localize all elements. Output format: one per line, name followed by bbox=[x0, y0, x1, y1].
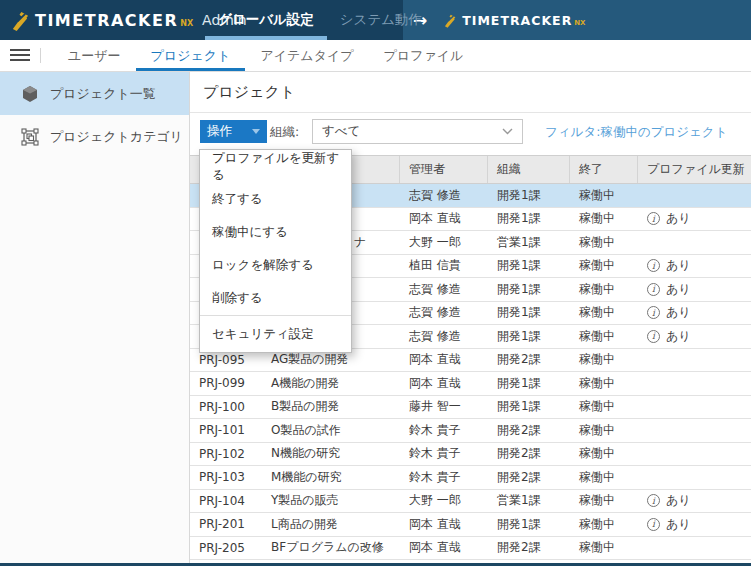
cell-status: 稼働中 bbox=[570, 419, 638, 442]
cell-project-id: PRJ-205 bbox=[190, 537, 262, 560]
profile-update-value: あり bbox=[666, 516, 691, 533]
cell-project-name: M機能の研究 bbox=[262, 466, 400, 489]
info-icon: i bbox=[647, 330, 660, 343]
cell-organization: 開発2課 bbox=[488, 419, 570, 442]
table-row[interactable]: PRJ-103M機能の研究鈴木 貴子開発2課稼働中 bbox=[190, 466, 751, 490]
cell-profile-update bbox=[638, 349, 751, 372]
cell-project-name: A機能の開発 bbox=[262, 372, 400, 395]
action-button[interactable]: 操作 bbox=[200, 120, 267, 143]
chevron-down-icon bbox=[252, 129, 260, 134]
menu-item-3[interactable]: ロックを解除する bbox=[200, 249, 351, 282]
brand2-name: TIMETRACKER bbox=[462, 13, 572, 28]
cell-manager: 岡本 直哉 bbox=[400, 513, 488, 536]
cell-status: 稼働中 bbox=[570, 490, 638, 513]
cell-manager: 岡本 直哉 bbox=[400, 208, 488, 231]
app-window: → TIMETRACKER NX bbox=[0, 0, 751, 566]
cell-status: 稼働中 bbox=[570, 278, 638, 301]
tab-projects[interactable]: プロジェクト bbox=[136, 40, 246, 71]
cell-project-id: PRJ-099 bbox=[190, 372, 262, 395]
hamburger-menu-icon[interactable] bbox=[10, 49, 30, 63]
cell-status: 稼働中 bbox=[570, 184, 638, 207]
cell-profile-update bbox=[638, 372, 751, 395]
cell-project-id: PRJ-100 bbox=[190, 396, 262, 419]
topbar-tab-global-settings[interactable]: グローバル設定 bbox=[205, 0, 327, 40]
menu-item-1[interactable]: 終了する bbox=[200, 183, 351, 216]
info-icon: i bbox=[647, 212, 660, 225]
topbar-tabs: グローバル設定システム動作 bbox=[205, 0, 435, 40]
header-cell-5: プロファイル更新 bbox=[638, 156, 751, 183]
sidebar-item-project-list[interactable]: プロジェクト一覧 bbox=[0, 72, 189, 115]
page-title: プロジェクト bbox=[203, 72, 295, 112]
cell-status: 稼働中 bbox=[570, 466, 638, 489]
menu-item-0[interactable]: プロファイルを更新する bbox=[200, 150, 351, 183]
cell-project-name: L商品の開発 bbox=[262, 513, 400, 536]
section-navbar: ユーザープロジェクトアイテムタイププロファイル bbox=[0, 40, 751, 72]
organization-label: 組織: bbox=[270, 120, 299, 143]
timetracker-nx-link[interactable]: TIMETRACKER NX bbox=[443, 13, 585, 28]
cell-status: 稼働中 bbox=[570, 396, 638, 419]
brand2-nx: NX bbox=[574, 19, 585, 27]
cell-organization: 開発1課 bbox=[488, 325, 570, 348]
table-row[interactable]: PRJ-101O製品の試作鈴木 貴子開発2課稼働中 bbox=[190, 419, 751, 443]
cell-project-id: PRJ-101 bbox=[190, 419, 262, 442]
category-icon bbox=[21, 128, 39, 146]
filter-link[interactable]: フィルタ:稼働中のプロジェクト bbox=[545, 120, 727, 143]
cell-profile-update: iあり bbox=[638, 302, 751, 325]
cell-status: 稼働中 bbox=[570, 231, 638, 254]
cell-manager: 大野 一郎 bbox=[400, 231, 488, 254]
cell-profile-update bbox=[638, 443, 751, 466]
cell-manager: 志賀 修造 bbox=[400, 278, 488, 301]
tab-profiles[interactable]: プロファイル bbox=[369, 40, 479, 71]
profile-update-value: あり bbox=[666, 210, 691, 227]
topbar-tab-system-behavior[interactable]: システム動作 bbox=[327, 0, 435, 40]
title-divider bbox=[190, 112, 751, 113]
table-row[interactable]: PRJ-102N機能の研究鈴木 貴子開発2課稼働中 bbox=[190, 443, 751, 467]
cell-profile-update bbox=[638, 231, 751, 254]
table-row[interactable]: PRJ-104Y製品の販売大野 一郎営業1課稼働中iあり bbox=[190, 490, 751, 514]
cell-manager: 岡本 直哉 bbox=[400, 372, 488, 395]
cell-manager: 志賀 修造 bbox=[400, 184, 488, 207]
action-dropdown-menu: プロファイルを更新する終了する稼働中にするロックを解除する削除するセキュリティ設… bbox=[199, 149, 352, 353]
cell-profile-update bbox=[638, 419, 751, 442]
cell-profile-update: iあり bbox=[638, 490, 751, 513]
cell-manager: 植田 信貴 bbox=[400, 255, 488, 278]
tab-users[interactable]: ユーザー bbox=[53, 40, 136, 71]
app-header-right: → TIMETRACKER NX bbox=[403, 0, 751, 40]
sidebar-item-project-categories[interactable]: プロジェクトカテゴリ bbox=[0, 115, 189, 158]
cell-profile-update: iあり bbox=[638, 208, 751, 231]
table-row[interactable]: PRJ-099A機能の開発岡本 直哉開発1課稼働中 bbox=[190, 372, 751, 396]
organization-select-value: すべて bbox=[322, 123, 360, 140]
organization-select[interactable]: すべて bbox=[312, 119, 523, 144]
navbar-tab-group: ユーザープロジェクトアイテムタイププロファイル bbox=[53, 40, 478, 71]
table-row[interactable]: PRJ-205BFプログラムの改修岡本 直哉開発2課稼働中 bbox=[190, 537, 751, 561]
cell-profile-update bbox=[638, 537, 751, 560]
profile-update-value: あり bbox=[666, 257, 691, 274]
cell-status: 稼働中 bbox=[570, 255, 638, 278]
cell-profile-update bbox=[638, 184, 751, 207]
info-icon: i bbox=[647, 259, 660, 272]
cell-project-name: BFプログラムの改修 bbox=[262, 537, 400, 560]
cell-organization: 開発2課 bbox=[488, 349, 570, 372]
table-row[interactable]: PRJ-100B製品の開発藤井 智一開発1課稼働中 bbox=[190, 396, 751, 420]
app-header: → TIMETRACKER NX bbox=[0, 0, 751, 40]
cell-manager: 岡本 直哉 bbox=[400, 537, 488, 560]
profile-update-value: あり bbox=[666, 281, 691, 298]
menu-item-2[interactable]: 稼働中にする bbox=[200, 216, 351, 249]
menu-item-security-settings[interactable]: セキュリティ設定 bbox=[200, 316, 351, 352]
sidebar-item-label: プロジェクトカテゴリ bbox=[50, 128, 183, 146]
action-button-label: 操作 bbox=[207, 123, 232, 140]
sidebar-item-label: プロジェクト一覧 bbox=[50, 85, 156, 103]
cube-icon bbox=[21, 85, 39, 103]
cell-profile-update: iあり bbox=[638, 278, 751, 301]
tab-item-types[interactable]: アイテムタイプ bbox=[245, 40, 368, 71]
header-cell-2: 管理者 bbox=[400, 156, 488, 183]
header-cell-3: 組織 bbox=[488, 156, 570, 183]
header-cell-4: 終了 bbox=[570, 156, 638, 183]
profile-update-value: あり bbox=[666, 304, 691, 321]
menu-item-4[interactable]: 削除する bbox=[200, 282, 351, 315]
chevron-down-icon bbox=[502, 128, 513, 135]
table-row[interactable]: PRJ-201L商品の開発岡本 直哉開発1課稼働中iあり bbox=[190, 513, 751, 537]
sidebar: プロジェクト一覧プロジェクトカテゴリ bbox=[0, 72, 190, 563]
profile-update-value: あり bbox=[666, 492, 691, 509]
cell-organization: 開発1課 bbox=[488, 372, 570, 395]
